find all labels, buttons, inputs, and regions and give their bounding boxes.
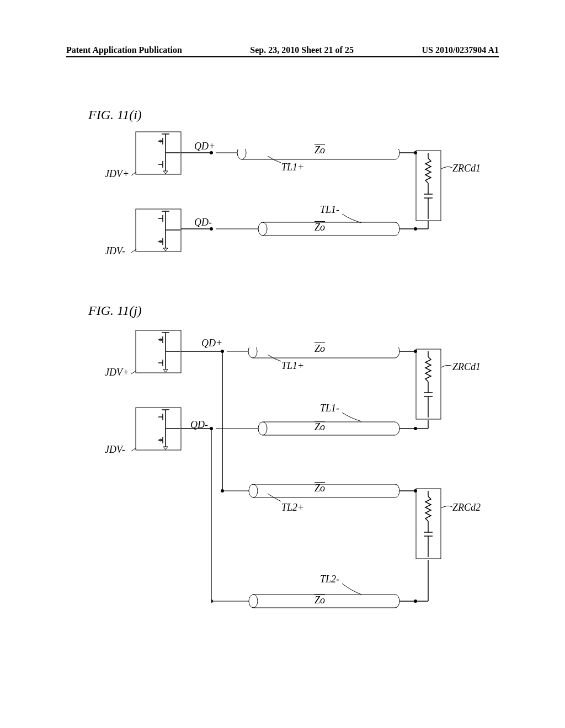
svg-marker-63 <box>163 370 168 372</box>
jdv-plus-driver-j-icon <box>135 330 182 374</box>
lead-line-icon <box>131 172 142 180</box>
lead-line-icon <box>131 448 142 456</box>
tl1-minus-line-icon <box>181 214 418 236</box>
svg-marker-91 <box>163 447 168 449</box>
zo-j-label-2: Zo <box>315 421 325 433</box>
svg-marker-11 <box>163 171 168 174</box>
lead-line-icon <box>342 584 364 597</box>
svg-point-106 <box>249 484 258 497</box>
header-divider <box>66 56 499 57</box>
lead-line-icon <box>441 505 454 511</box>
svg-point-15 <box>210 151 213 154</box>
zo-label-1: Zo <box>315 144 325 156</box>
svg-point-96 <box>258 422 267 435</box>
jdv-plus-j-label: JDV+ <box>105 367 129 378</box>
header-center: Sep. 23, 2010 Sheet 21 of 25 <box>250 45 354 55</box>
zrcd1-label: ZRCd1 <box>452 163 481 174</box>
tl2-minus-label: TL2- <box>320 574 339 585</box>
page-header: Patent Application Publication Sep. 23, … <box>0 45 565 55</box>
lead-line-icon <box>268 355 284 363</box>
tl1-minus-label: TL1- <box>320 204 339 216</box>
jdv-minus-label: JDV- <box>105 245 125 257</box>
zrcd1-load-icon <box>415 150 442 222</box>
jdv-plus-label: JDV+ <box>105 168 129 180</box>
lead-line-icon <box>342 413 364 424</box>
zo-j-label-4: Zo <box>315 595 325 606</box>
header-right: US 2010/0237904 A1 <box>422 45 499 55</box>
zo-label-2: Zo <box>315 222 325 233</box>
jdv-plus-driver-icon <box>135 131 182 175</box>
header-left: Patent Application Publication <box>66 45 182 55</box>
zrcd1-j-load-icon <box>415 349 442 420</box>
lead-line-icon <box>268 494 284 504</box>
zrcd1-j-label: ZRCd1 <box>452 361 481 373</box>
zrcd2-label: ZRCd2 <box>452 502 481 513</box>
svg-marker-39 <box>163 248 168 251</box>
lead-line-icon <box>441 165 454 172</box>
right-connections-j-icon <box>415 418 432 606</box>
tap-lines-icon <box>211 350 228 604</box>
jdv-minus-j-label: JDV- <box>105 444 125 456</box>
lead-line-icon <box>441 364 454 371</box>
lead-line-icon <box>268 156 284 164</box>
svg-point-119 <box>249 595 258 608</box>
svg-point-16 <box>237 149 246 159</box>
connection-icon <box>415 218 432 232</box>
lead-line-icon <box>131 371 142 379</box>
tl1-minus-j-label: TL1- <box>320 403 339 414</box>
fig-11i-label: FIG. 11(i) <box>88 108 142 122</box>
svg-point-43 <box>210 227 213 231</box>
svg-point-44 <box>258 222 267 235</box>
jdv-minus-driver-icon <box>135 208 182 253</box>
svg-point-68 <box>248 347 257 358</box>
lead-line-icon <box>342 214 364 225</box>
zo-j-label-1: Zo <box>315 343 325 355</box>
tl1-plus-label: TL1+ <box>281 162 304 173</box>
tl2-plus-label: TL2+ <box>281 502 304 513</box>
zo-j-label-3: Zo <box>315 483 325 494</box>
lead-line-icon <box>131 249 142 258</box>
svg-point-104 <box>221 489 224 493</box>
jdv-minus-driver-j-icon <box>135 407 182 451</box>
tl1-plus-j-label: TL1+ <box>281 360 304 372</box>
fig-11j-label: FIG. 11(j) <box>88 303 142 318</box>
svg-point-117 <box>211 599 213 603</box>
